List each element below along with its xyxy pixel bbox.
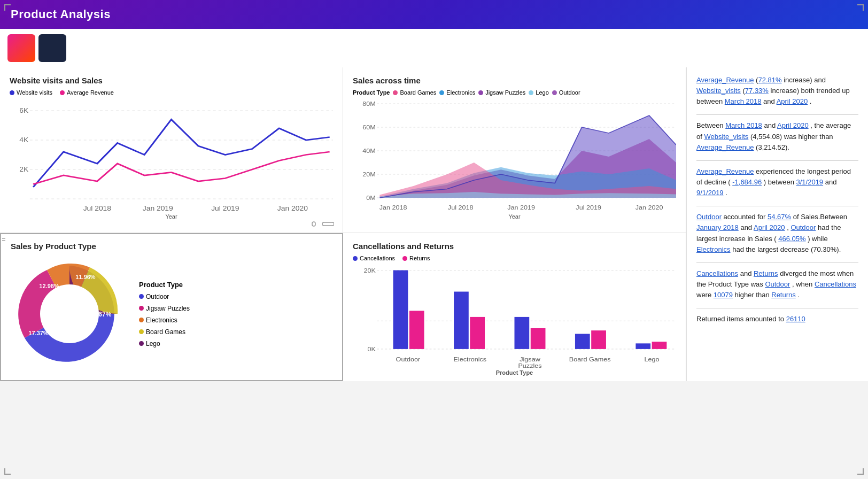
legend-dot-bg xyxy=(393,90,398,95)
insight-april-2020-3[interactable]: April 2020 xyxy=(754,223,785,231)
insight-date-start[interactable]: 3/1/2019 xyxy=(796,178,823,186)
resize-handle-tl xyxy=(4,4,11,11)
svg-text:0K: 0K xyxy=(367,346,376,352)
insight-1: Average_Revenue (72.81% increase) and We… xyxy=(696,75,858,107)
legend-website-visits: Website visits xyxy=(10,89,52,96)
cancellations-legend: Cancellations Returns xyxy=(353,255,676,261)
legend-label-cancellations: Cancellations xyxy=(360,255,395,261)
svg-text:17.37%: 17.37% xyxy=(28,330,49,336)
divider-1 xyxy=(696,114,858,115)
chart-controls xyxy=(309,221,334,227)
website-sales-title: Website visits and Sales xyxy=(10,76,333,85)
scroll-icon xyxy=(309,221,318,227)
insight-website-visits-link[interactable]: Website_visits xyxy=(696,87,741,95)
insight-returns-link-2[interactable]: Returns xyxy=(771,291,796,299)
legend-dot-revenue xyxy=(60,90,65,95)
legend-lego: Lego xyxy=(529,89,548,96)
insight-outdoor-pct[interactable]: 54.67% xyxy=(768,213,791,221)
page-title: Product Analysis xyxy=(11,7,111,21)
legend-board-games: Board Games xyxy=(393,89,436,96)
legend-jigsaw: Jigsaw Puzzles xyxy=(478,89,525,96)
insight-april-2020-1[interactable]: April 2020 xyxy=(777,97,808,105)
svg-text:Puzzles: Puzzles xyxy=(518,362,541,369)
logo-box-orange xyxy=(7,34,35,62)
cancellations-panel: Cancellations and Returns Cancellations … xyxy=(343,233,686,381)
svg-text:54.67%: 54.67% xyxy=(90,311,112,318)
insight-outdoor-link[interactable]: Outdoor xyxy=(696,213,722,221)
legend-dot-returns xyxy=(402,256,407,261)
insight-jan-2018[interactable]: January 2018 xyxy=(696,223,739,231)
insight-date-end[interactable]: 9/1/2019 xyxy=(696,189,724,197)
legend-returns: Returns xyxy=(402,255,430,261)
svg-text:2K: 2K xyxy=(19,166,28,173)
donut-dot-outdoor xyxy=(139,294,144,299)
svg-text:11.96%: 11.96% xyxy=(75,274,96,280)
website-sales-svg: 6K 4K 2K Jul 2018 Jan 2019 Jul 2019 Jan … xyxy=(10,99,333,217)
insight-pct-72[interactable]: 72.81% xyxy=(758,76,781,84)
insight-website-visits-2[interactable]: Website_visits xyxy=(704,133,748,141)
website-sales-panel: Website visits and Sales Website visits … xyxy=(0,67,343,233)
legend-donut-outdoor: Outdoor xyxy=(139,293,190,300)
svg-text:60M: 60M xyxy=(362,124,375,131)
svg-text:Lego: Lego xyxy=(645,356,660,362)
insight-cancellations-link-2[interactable]: Cancellations xyxy=(815,280,856,288)
logo-area xyxy=(0,29,868,67)
insight-6: Returned items amounted to 26110 xyxy=(696,314,858,325)
legend-dot-elec xyxy=(439,90,444,95)
divider-3 xyxy=(696,206,858,206)
product-type-legend-title: Product Type xyxy=(139,281,190,289)
svg-text:Jul 2018: Jul 2018 xyxy=(448,204,474,211)
svg-text:20M: 20M xyxy=(362,171,375,178)
sales-time-title: Sales across time xyxy=(353,76,676,85)
legend-dot-lego xyxy=(529,90,533,95)
legend-outdoor: Outdoor xyxy=(552,89,580,96)
svg-text:80M: 80M xyxy=(362,101,375,107)
insight-march-2018[interactable]: March 2018 xyxy=(725,97,762,105)
svg-text:Electronics: Electronics xyxy=(453,356,486,362)
donut-label-outdoor: Outdoor xyxy=(146,293,169,300)
svg-text:Jan 2019: Jan 2019 xyxy=(507,204,535,211)
svg-rect-50 xyxy=(591,330,606,349)
svg-text:0M: 0M xyxy=(366,195,375,202)
insight-avg-revenue-2[interactable]: Average_Revenue xyxy=(696,143,754,151)
insight-10079[interactable]: 10079 xyxy=(714,291,733,299)
page-header: Product Analysis xyxy=(0,0,868,29)
insight-avg-revenue-link[interactable]: Average_Revenue xyxy=(696,76,754,84)
insight-pct-77[interactable]: 77.33% xyxy=(745,87,769,95)
insight-electronics-link[interactable]: Electronics xyxy=(696,245,731,253)
legend-label-elec: Electronics xyxy=(446,89,475,96)
insight-cancellations-link[interactable]: Cancellations xyxy=(696,269,738,277)
divider-4 xyxy=(696,262,858,263)
insight-increase-pct[interactable]: 466.05% xyxy=(778,235,805,243)
donut-dot-jigsaw xyxy=(139,306,144,311)
insight-returns-link[interactable]: Returns xyxy=(754,269,778,277)
donut-label-electronics: Electronics xyxy=(146,316,177,324)
svg-text:Jul 2019: Jul 2019 xyxy=(576,204,601,211)
legend-avg-revenue: Average Revenue xyxy=(60,89,114,96)
legend-dot-visits xyxy=(10,90,14,95)
sales-product-panel: Sales by Product Type 54.67% 17.37% 12.9 xyxy=(0,233,343,381)
insight-avg-revenue-3[interactable]: Average_Revenue xyxy=(696,167,754,175)
insight-april-2020-2[interactable]: April 2020 xyxy=(777,121,809,129)
resize-handle-tr xyxy=(857,4,864,11)
insight-4: Outdoor accounted for 54.67% of Sales.Be… xyxy=(696,212,858,255)
insight-26110[interactable]: 26110 xyxy=(786,315,805,323)
insight-outdoor-link-2[interactable]: Outdoor xyxy=(790,223,816,231)
insight-3: Average_Revenue experienced the longest … xyxy=(696,166,858,198)
svg-text:12.98%: 12.98% xyxy=(39,283,59,289)
legend-label-outdoor: Outdoor xyxy=(559,89,580,96)
insight-outdoor-link-3[interactable]: Outdoor xyxy=(765,280,790,288)
sales-product-title: Sales by Product Type xyxy=(11,242,332,251)
donut-dot-electronics xyxy=(139,318,144,322)
legend-dot-cancellations xyxy=(353,256,358,261)
cancellations-chart-area: 20K 0K Outdoor Electronics xyxy=(353,265,676,376)
svg-rect-12 xyxy=(322,222,334,226)
insight-decline-value[interactable]: -1,684.96 xyxy=(732,178,762,186)
sales-time-panel: Sales across time Product Type Board Gam… xyxy=(343,67,686,233)
resize-handle xyxy=(857,468,864,475)
insight-march-2018-2[interactable]: March 2018 xyxy=(725,121,762,129)
donut-dot-lego xyxy=(139,341,144,346)
legend-dot-outdoor xyxy=(552,90,557,95)
legend-electronics: Electronics xyxy=(439,89,475,96)
cancellations-title: Cancellations and Returns xyxy=(353,242,676,251)
